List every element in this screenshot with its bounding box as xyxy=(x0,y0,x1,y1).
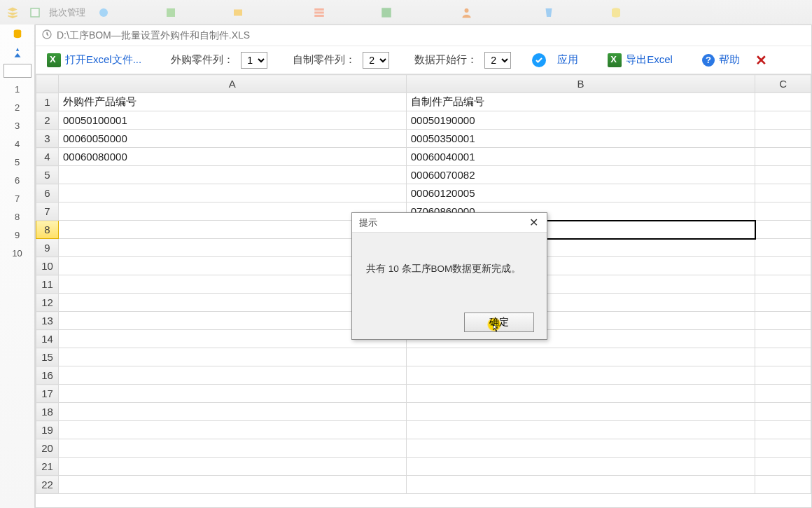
outer-row-9[interactable]: 9 xyxy=(4,228,31,242)
row-header[interactable]: 10 xyxy=(36,257,59,275)
outer-row-3[interactable]: 3 xyxy=(4,118,31,132)
cell-B4[interactable]: 00060040001 xyxy=(406,148,755,166)
row-header[interactable]: 15 xyxy=(36,348,59,366)
outer-side-icon-1[interactable] xyxy=(4,27,31,41)
row-header[interactable]: 19 xyxy=(36,421,59,439)
cell-B22[interactable] xyxy=(406,476,755,494)
row-header[interactable]: 1 xyxy=(36,93,59,111)
cell-A20[interactable] xyxy=(58,439,406,458)
outer-row-5[interactable]: 5 xyxy=(4,155,31,169)
cell-A17[interactable] xyxy=(58,385,406,403)
cell-B1[interactable]: 自制件产品编号 xyxy=(406,93,755,111)
cell-C7[interactable] xyxy=(755,202,811,221)
cell-C16[interactable] xyxy=(755,366,811,385)
cell-A15[interactable] xyxy=(58,348,406,366)
row-header[interactable]: 22 xyxy=(36,476,59,494)
cell-A1[interactable]: 外购件产品编号 xyxy=(58,93,406,111)
cell-C1[interactable] xyxy=(755,93,811,111)
window-titlebar[interactable]: D:\工序BOM—批量设置外购件和自制件.XLS xyxy=(36,25,811,46)
outer-row-7[interactable]: 7 xyxy=(4,191,31,205)
row-header[interactable]: 6 xyxy=(36,184,59,202)
export-excel-button[interactable]: 导出Excel xyxy=(603,50,677,70)
cell-C10[interactable] xyxy=(755,257,811,275)
row-header[interactable]: 8 xyxy=(36,221,59,239)
close-button[interactable]: ✕ xyxy=(751,52,771,69)
cell-C20[interactable] xyxy=(755,439,811,458)
cell-C6[interactable] xyxy=(755,184,811,202)
cell-A18[interactable] xyxy=(58,403,406,421)
cell-B18[interactable] xyxy=(406,403,755,421)
row-header[interactable]: 21 xyxy=(36,458,59,476)
cell-C5[interactable] xyxy=(755,166,811,184)
help-button[interactable]: ? 帮助 xyxy=(698,50,744,69)
cell-C11[interactable] xyxy=(755,275,811,294)
outer-row-4[interactable]: 4 xyxy=(4,137,31,151)
cell-B6[interactable]: 00060120005 xyxy=(406,184,755,202)
cell-B2[interactable]: 00050190000 xyxy=(406,111,755,130)
cell-C12[interactable] xyxy=(755,294,811,312)
row-header[interactable]: 5 xyxy=(36,166,59,184)
cell-B5[interactable]: 00060070082 xyxy=(406,166,755,184)
outer-row-8[interactable]: 8 xyxy=(4,210,31,224)
row-header[interactable]: 4 xyxy=(36,148,59,166)
sheet-corner[interactable] xyxy=(36,75,59,93)
row-header[interactable]: 13 xyxy=(36,312,59,330)
cell-A2[interactable]: 00050100001 xyxy=(58,111,406,130)
cell-C3[interactable] xyxy=(755,130,811,148)
open-excel-button[interactable]: 打开Excel文件... xyxy=(43,50,146,70)
row-header[interactable]: 12 xyxy=(36,294,59,312)
cell-B16[interactable] xyxy=(406,366,755,385)
self-col-select[interactable]: 1234 xyxy=(363,52,389,69)
cell-C22[interactable] xyxy=(755,476,811,494)
row-header[interactable]: 20 xyxy=(36,439,59,458)
outer-row-2[interactable]: 2 xyxy=(4,100,31,114)
dialog-close-button[interactable]: ✕ xyxy=(525,214,542,231)
cell-B3[interactable]: 00050350001 xyxy=(406,130,755,148)
row-header[interactable]: 16 xyxy=(36,366,59,385)
column-header-C[interactable]: C xyxy=(755,75,811,93)
row-header[interactable]: 7 xyxy=(36,202,59,221)
row-header[interactable]: 14 xyxy=(36,330,59,348)
cell-B15[interactable] xyxy=(406,348,755,366)
cell-A19[interactable] xyxy=(58,421,406,439)
cell-C17[interactable] xyxy=(755,385,811,403)
cell-C14[interactable] xyxy=(755,330,811,348)
cell-A21[interactable] xyxy=(58,458,406,476)
cell-C13[interactable] xyxy=(755,312,811,330)
cell-A5[interactable] xyxy=(58,166,406,184)
cell-C4[interactable] xyxy=(755,148,811,166)
purchase-col-select[interactable]: 1234 xyxy=(241,52,267,69)
column-header-B[interactable]: B xyxy=(406,75,755,93)
cell-C2[interactable] xyxy=(755,111,811,130)
cell-B17[interactable] xyxy=(406,385,755,403)
cell-C19[interactable] xyxy=(755,421,811,439)
cell-C15[interactable] xyxy=(755,348,811,366)
cell-B20[interactable] xyxy=(406,439,755,458)
row-header[interactable]: 18 xyxy=(36,403,59,421)
cell-A22[interactable] xyxy=(58,476,406,494)
cell-C8[interactable] xyxy=(755,221,811,239)
row-header[interactable]: 9 xyxy=(36,239,59,257)
row-header[interactable]: 17 xyxy=(36,385,59,403)
dialog-titlebar[interactable]: 提示 ✕ xyxy=(352,213,547,233)
cell-C21[interactable] xyxy=(755,458,811,476)
row-header[interactable]: 2 xyxy=(36,111,59,130)
cell-A4[interactable]: 00060080000 xyxy=(58,148,406,166)
outer-side-icon-2[interactable] xyxy=(4,46,31,60)
cell-C9[interactable] xyxy=(755,239,811,257)
cell-B19[interactable] xyxy=(406,421,755,439)
cell-B21[interactable] xyxy=(406,458,755,476)
row-header[interactable]: 3 xyxy=(36,130,59,148)
cell-A6[interactable] xyxy=(58,184,406,202)
outer-row-10[interactable]: 10 xyxy=(4,246,31,260)
data-start-select[interactable]: 12345 xyxy=(484,52,511,69)
cell-C18[interactable] xyxy=(755,403,811,421)
dialog-ok-button[interactable]: 确定 xyxy=(464,313,534,332)
outer-row-6[interactable]: 6 xyxy=(4,173,31,187)
cell-A16[interactable] xyxy=(58,366,406,385)
column-header-A[interactable]: A xyxy=(58,75,406,93)
apply-button[interactable]: 应用 xyxy=(553,50,582,69)
outer-row-1[interactable]: 1 xyxy=(4,82,31,96)
cell-A3[interactable]: 00060050000 xyxy=(58,130,406,148)
row-header[interactable]: 11 xyxy=(36,275,59,294)
